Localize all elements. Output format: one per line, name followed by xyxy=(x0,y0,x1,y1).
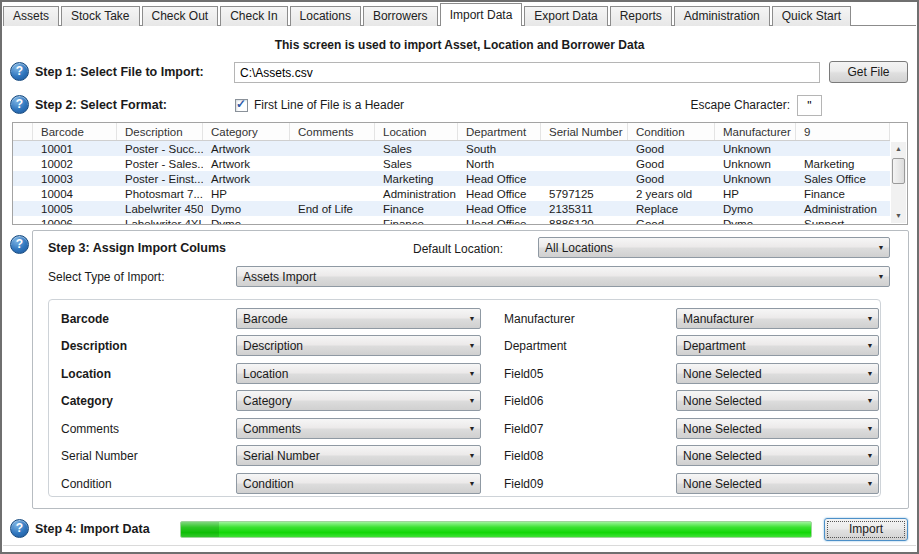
field07-column-select[interactable]: None Selected ▼ xyxy=(676,418,879,439)
column-header[interactable]: Category xyxy=(203,123,290,140)
grid-cell: Photosmart 7... xyxy=(117,188,203,200)
grid-cell: Unknown xyxy=(715,143,796,155)
footer-divider xyxy=(3,545,916,546)
grid-cell: 10002 xyxy=(33,158,117,170)
help-icon[interactable]: ? xyxy=(10,95,29,114)
type-of-import-select[interactable]: Assets Import ▼ xyxy=(236,266,890,287)
department-column-select[interactable]: Department ▼ xyxy=(676,335,879,356)
chevron-down-icon: ▼ xyxy=(862,397,878,404)
grid-cell: Dymo xyxy=(715,218,796,225)
combo-value: Condition xyxy=(237,477,464,491)
import-button-label: Import xyxy=(825,519,907,540)
comments-column-select[interactable]: Comments ▼ xyxy=(236,418,481,439)
tab-reports[interactable]: Reports xyxy=(610,6,672,26)
tab-assets[interactable]: Assets xyxy=(3,6,59,26)
grid-vertical-scrollbar[interactable]: ▲ ▼ xyxy=(891,142,906,223)
check-icon: ✓ xyxy=(236,97,246,111)
condition-column-select[interactable]: Condition ▼ xyxy=(236,473,481,494)
scrollbar-thumb[interactable] xyxy=(892,158,905,184)
grid-cell: South xyxy=(458,143,541,155)
table-row[interactable]: 10003 Poster - Einst... Artwork Marketin… xyxy=(13,171,890,186)
chevron-down-icon: ▼ xyxy=(862,370,878,377)
tab-check-out[interactable]: Check Out xyxy=(142,6,219,26)
field09-column-select[interactable]: None Selected ▼ xyxy=(676,473,879,494)
first-line-header-checkbox[interactable]: ✓ xyxy=(235,99,248,112)
grid-cell: 10005 xyxy=(33,203,117,215)
tab-check-in[interactable]: Check In xyxy=(220,6,287,26)
description-column-select[interactable]: Description ▼ xyxy=(236,335,481,356)
column-header[interactable]: Serial Number xyxy=(541,123,628,140)
tab-locations[interactable]: Locations xyxy=(290,6,361,26)
manufacturer-column-select[interactable]: Manufacturer ▼ xyxy=(676,308,879,329)
table-row[interactable]: 10005 Labelwriter 450 Dymo End of Life F… xyxy=(13,201,890,216)
grid-cell: Unknown xyxy=(715,173,796,185)
field05-column-select[interactable]: None Selected ▼ xyxy=(676,363,879,384)
file-path-input[interactable] xyxy=(234,62,820,83)
combo-value: Department xyxy=(677,339,862,353)
progress-fill xyxy=(181,522,811,537)
grid-cell: 10001 xyxy=(33,143,117,155)
grid-cell: Dymo xyxy=(203,203,290,215)
escape-character-input[interactable] xyxy=(797,95,822,116)
scroll-down-icon[interactable]: ▼ xyxy=(891,209,906,223)
combo-value: None Selected xyxy=(677,422,862,436)
field-label: Field06 xyxy=(504,394,543,408)
column-header[interactable]: Condition xyxy=(628,123,715,140)
chevron-down-icon: ▼ xyxy=(862,480,878,487)
combo-value: None Selected xyxy=(677,367,862,381)
tab-quick-start[interactable]: Quick Start xyxy=(772,6,851,26)
tab-administration[interactable]: Administration xyxy=(674,6,770,26)
help-icon[interactable]: ? xyxy=(10,235,29,254)
combo-value: Description xyxy=(237,339,464,353)
table-row[interactable]: 10006 Labelwriter 4XL Dymo Finance Head … xyxy=(13,216,890,224)
field06-column-select[interactable]: None Selected ▼ xyxy=(676,390,879,411)
tab-borrowers[interactable]: Borrowers xyxy=(363,6,438,26)
column-header[interactable]: Location xyxy=(375,123,458,140)
grid-cell: Labelwriter 4XL xyxy=(117,218,203,225)
combo-value: All Locations xyxy=(539,241,873,255)
field08-column-select[interactable]: None Selected ▼ xyxy=(676,445,879,466)
chevron-down-icon: ▼ xyxy=(862,425,878,432)
grid-body: Barcode Description Category Comments Lo… xyxy=(13,123,890,224)
grid-cell: Administration xyxy=(796,203,890,215)
grid-cell: Artwork xyxy=(203,158,290,170)
column-header[interactable]: Description xyxy=(117,123,203,140)
grid-cell: Dymo xyxy=(203,218,290,225)
location-column-select[interactable]: Location ▼ xyxy=(236,363,481,384)
tab-import-data[interactable]: Import Data xyxy=(440,3,523,26)
grid-cell: 5797125 xyxy=(541,188,628,200)
grid-cell: 10003 xyxy=(33,173,117,185)
scroll-up-icon[interactable]: ▲ xyxy=(891,142,906,156)
field-label: Category xyxy=(61,394,113,408)
tab-stock-take[interactable]: Stock Take xyxy=(61,6,139,26)
table-row[interactable]: 10004 Photosmart 7... HP Administration … xyxy=(13,186,890,201)
grid-cell: Finance xyxy=(375,203,458,215)
get-file-button[interactable]: Get File xyxy=(829,61,908,83)
category-column-select[interactable]: Category ▼ xyxy=(236,390,481,411)
import-button[interactable]: Import xyxy=(824,518,908,541)
grid-cell: Support xyxy=(796,218,890,225)
barcode-column-select[interactable]: Barcode ▼ xyxy=(236,308,481,329)
column-header[interactable]: Barcode xyxy=(33,123,117,140)
default-location-select[interactable]: All Locations ▼ xyxy=(538,237,890,258)
chevron-down-icon: ▼ xyxy=(464,370,480,377)
column-header[interactable]: 9 xyxy=(796,123,890,140)
tab-export-data[interactable]: Export Data xyxy=(524,6,607,26)
table-row[interactable]: 10001 Poster - Succ... Artwork Sales Sou… xyxy=(13,141,890,156)
grid-cell: Marketing xyxy=(796,158,890,170)
column-header[interactable]: Department xyxy=(458,123,541,140)
column-header[interactable]: Manufacturer xyxy=(715,123,796,140)
field-label: Department xyxy=(504,339,567,353)
grid-cell: Artwork xyxy=(203,173,290,185)
serial-number-column-select[interactable]: Serial Number ▼ xyxy=(236,445,481,466)
help-icon[interactable]: ? xyxy=(10,519,29,538)
step3-label: Step 3: Assign Import Colums xyxy=(48,241,226,255)
field-label: Field05 xyxy=(504,367,543,381)
help-icon[interactable]: ? xyxy=(10,62,29,81)
table-row[interactable]: 10002 Poster - Sales... Artwork Sales No… xyxy=(13,156,890,171)
grid-cell: 2 years old xyxy=(628,188,715,200)
column-header[interactable]: Comments xyxy=(290,123,375,140)
combo-value: Manufacturer xyxy=(677,312,862,326)
combo-value: None Selected xyxy=(677,394,862,408)
chevron-down-icon: ▼ xyxy=(873,273,889,280)
